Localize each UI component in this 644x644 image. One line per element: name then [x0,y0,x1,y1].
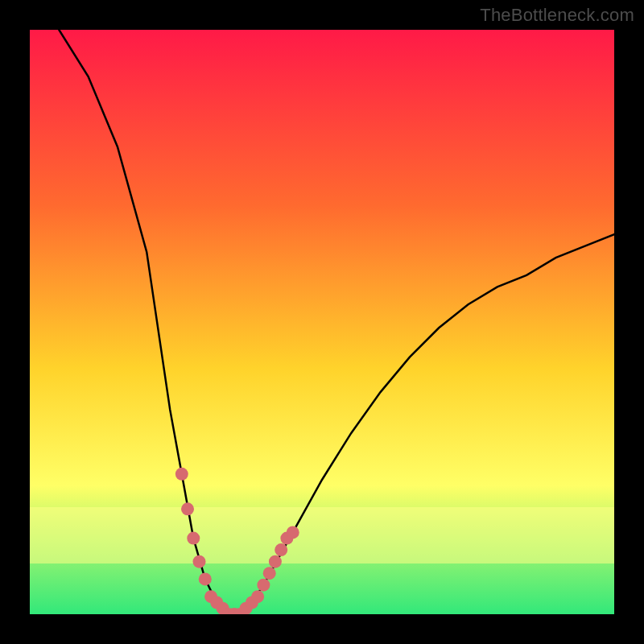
marker-dot [175,468,188,481]
watermark-text: TheBottleneck.com [480,5,634,26]
marker-dot [187,532,200,545]
marker-dot [251,590,264,603]
marker-dot [269,555,282,568]
highlight-band [30,507,614,564]
marker-dot [181,502,194,515]
marker-dot [257,579,270,592]
marker-dot [193,555,206,568]
marker-dot [287,526,299,539]
marker-dot [275,543,287,556]
marker-dot [263,567,276,580]
chart-svg [0,0,644,644]
chart-stage: TheBottleneck.com [0,0,644,644]
marker-dot [199,572,212,585]
